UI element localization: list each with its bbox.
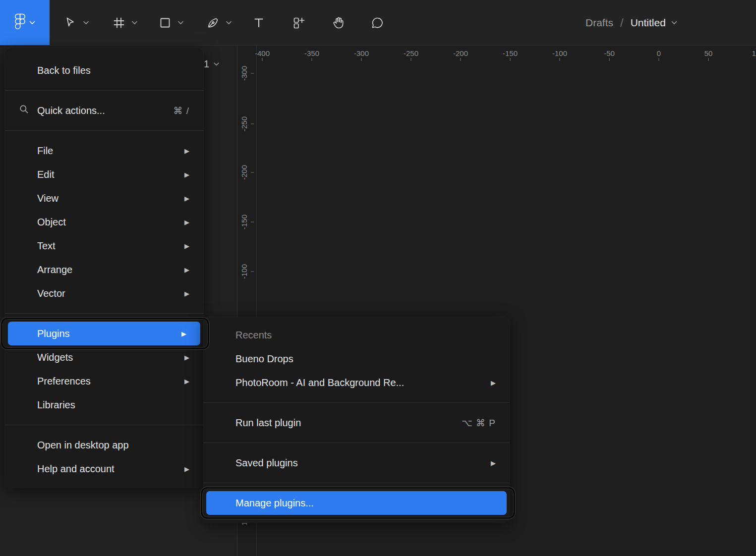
menu-item-label: File [37, 145, 53, 157]
menu-separator [203, 483, 510, 483]
menu-item-label: View [37, 193, 58, 204]
chevron-down-icon[interactable] [132, 21, 137, 25]
menu-separator [5, 130, 203, 131]
menu-item-vector[interactable]: Vector ▶ [5, 281, 203, 305]
menu-item-label: Saved plugins [235, 457, 298, 469]
h-ruler-tick [410, 58, 411, 61]
shape-tool[interactable] [158, 0, 183, 45]
h-ruler-tick [708, 58, 709, 61]
menu-separator [5, 90, 203, 91]
menu-item-quick-actions[interactable]: Quick actions... ⌘ / [5, 99, 203, 122]
file-name-dropdown[interactable]: Untitled [631, 17, 677, 29]
hand-tool[interactable] [332, 0, 346, 45]
submenu-item-photoroom[interactable]: PhotoRoom - AI and Background Re... ▶ [203, 371, 510, 394]
breadcrumb-separator: / [620, 16, 624, 30]
move-tool[interactable] [63, 0, 89, 45]
submenu-item-run-last-plugin[interactable]: Run last plugin ⌥ ⌘ P [203, 411, 510, 435]
menu-item-label: PhotoRoom - AI and Background Re... [235, 377, 404, 389]
menu-item-plugins[interactable]: Plugins ▶ [8, 322, 200, 345]
chevron-down-icon[interactable] [83, 21, 89, 25]
menu-item-label: Edit [37, 169, 54, 180]
shortcut-label: ⌘ / [173, 105, 189, 116]
menu-item-label: Quick actions... [37, 105, 105, 116]
v-ruler-label: -300 [240, 66, 248, 81]
menu-separator [5, 425, 203, 425]
v-ruler-label: -100 [240, 264, 248, 279]
submenu-item-saved-plugins[interactable]: Saved plugins ▶ [203, 451, 510, 475]
h-ruler-label: -200 [453, 49, 468, 57]
submenu-arrow-icon: ▶ [184, 171, 189, 178]
rectangle-icon [158, 16, 172, 30]
v-ruler-tick [251, 73, 254, 74]
menu-item-help-and-account[interactable]: Help and account ▶ [5, 457, 203, 481]
plugins-submenu: Recents Bueno Drops PhotoRoom - AI and B… [203, 317, 510, 523]
chevron-down-icon[interactable] [226, 21, 232, 25]
h-ruler-tick [510, 58, 511, 61]
page-selector[interactable]: 1 [204, 58, 219, 70]
h-ruler-tick [559, 58, 560, 61]
submenu-arrow-icon: ▶ [184, 242, 189, 250]
menu-item-label: Arrange [37, 264, 72, 276]
menu-item-widgets[interactable]: Widgets ▶ [5, 345, 203, 369]
menu-item-libraries[interactable]: Libraries [5, 393, 203, 417]
menu-item-object[interactable]: Object ▶ [5, 210, 203, 234]
hand-icon [332, 16, 346, 30]
toolbar: Drafts / Untitled [0, 0, 756, 46]
submenu-arrow-icon: ▶ [491, 379, 496, 387]
v-ruler-label: -200 [240, 165, 248, 180]
pen-icon [206, 16, 220, 30]
menu-item-label: Text [37, 240, 56, 252]
submenu-item-bueno-drops[interactable]: Bueno Drops [203, 347, 510, 371]
menu-item-text[interactable]: Text ▶ [5, 234, 203, 258]
h-ruler-tick [361, 58, 362, 61]
submenu-arrow-icon: ▶ [184, 465, 189, 473]
h-ruler-label: -150 [503, 49, 518, 57]
search-icon [19, 104, 29, 117]
frame-icon [112, 16, 126, 30]
menu-item-file[interactable]: File ▶ [5, 139, 203, 163]
menu-item-edit[interactable]: Edit ▶ [5, 163, 203, 186]
h-ruler-label: -250 [404, 49, 418, 57]
main-menu-button[interactable] [0, 0, 50, 45]
menu-item-label: Help and account [37, 463, 115, 475]
comment-bubble-icon [370, 16, 384, 30]
file-name: Untitled [631, 17, 666, 29]
menu-item-back-to-files[interactable]: Back to files [5, 58, 203, 82]
text-icon [252, 16, 266, 30]
comment-tool[interactable] [370, 0, 384, 45]
submenu-header-recents: Recents [203, 323, 510, 347]
menu-item-label: Object [37, 217, 66, 228]
chevron-down-icon[interactable] [178, 21, 183, 25]
main-menu: Back to files Quick actions... ⌘ / File … [5, 48, 203, 488]
menu-item-preferences[interactable]: Preferences ▶ [5, 369, 203, 393]
menu-item-label: Plugins [37, 328, 70, 339]
menu-item-label: Bueno Drops [235, 353, 293, 365]
frame-tool[interactable] [112, 0, 137, 45]
move-cursor-icon [63, 16, 77, 30]
menu-item-label: Widgets [37, 352, 73, 363]
h-ruler-tick [460, 58, 461, 61]
chevron-down-icon [214, 62, 219, 66]
menu-item-view[interactable]: View ▶ [5, 186, 203, 210]
actions-tool[interactable] [292, 0, 306, 45]
menu-item-label: Libraries [37, 399, 75, 411]
menu-item-label: Vector [37, 288, 65, 299]
v-ruler-tick [251, 271, 254, 272]
text-tool[interactable] [252, 0, 266, 45]
menu-item-open-in-desktop-app[interactable]: Open in desktop app [5, 433, 203, 457]
section-header-label: Recents [235, 330, 272, 341]
submenu-arrow-icon: ▶ [184, 354, 189, 361]
v-ruler-label: -250 [240, 116, 248, 131]
menu-separator [203, 402, 510, 403]
v-ruler-tick [251, 123, 254, 124]
submenu-item-manage-plugins[interactable]: Manage plugins... [206, 491, 507, 515]
menu-item-label: Manage plugins... [235, 498, 314, 509]
menu-item-arrange[interactable]: Arrange ▶ [5, 258, 203, 281]
submenu-arrow-icon: ▶ [181, 330, 186, 337]
breadcrumb-project[interactable]: Drafts [585, 17, 613, 29]
h-ruler-label: -300 [354, 49, 369, 57]
h-ruler-tick [609, 58, 610, 61]
h-ruler-label: -400 [255, 49, 270, 57]
h-ruler-label: -100 [552, 49, 567, 57]
pen-tool[interactable] [206, 0, 232, 45]
